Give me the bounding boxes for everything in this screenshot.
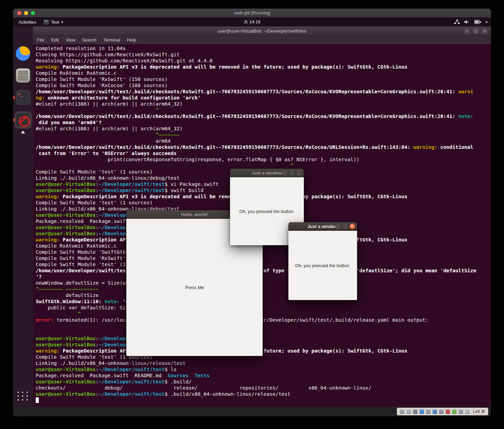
minimize-icon[interactable]: − [463, 28, 470, 34]
terminal-line [36, 397, 488, 403]
gtk-window-just-a-window-2[interactable]: Just a window − □ × Oh, you pressed the … [288, 222, 357, 300]
chevron-down-icon: ▾ [485, 20, 488, 24]
terminal-line: Linking ./.build/x86_64-unknown-linux/re… [36, 360, 488, 366]
network-icon [454, 20, 460, 24]
terminal-line: #elseif arch(i386) || arch(arm) || arch(… [36, 101, 488, 107]
terminal-line: Resolving https://github.com/ReactiveX/R… [36, 58, 488, 64]
terminal-line: Completed resolution in 11.04s [36, 45, 488, 51]
window-title: Hello, world! [181, 212, 208, 217]
terminal-line: arm64 [36, 138, 488, 144]
minimize-icon[interactable]: − [335, 224, 341, 229]
terminal-line: user@user-VirtualBox:~/Developer/swift/t… [36, 379, 488, 385]
maximize-icon[interactable]: □ [472, 28, 479, 34]
running-indicator [13, 96, 15, 99]
swift-gtk-app-icon[interactable] [16, 113, 30, 127]
terminal-line: ^ [36, 107, 488, 113]
window-body: Oh, you pressed the button. [288, 231, 357, 300]
vm-screen: Activities Test ▾ 火 14:18 ▾ [13, 17, 491, 407]
chevron-down-icon: ▾ [61, 20, 63, 24]
button-pressed-label: Oh, you pressed the button. [295, 263, 350, 268]
terminal-titlebar[interactable]: user@user-VirtualBox: ~/Developer/swift/… [33, 26, 491, 36]
maximize-icon[interactable]: □ [342, 224, 348, 229]
menu-file[interactable]: File [37, 37, 44, 43]
firefox-icon[interactable] [16, 46, 30, 61]
terminal-line: Compile Swift Module 'RxCocoa' (108 sour… [36, 82, 488, 88]
close-icon[interactable]: × [481, 28, 488, 34]
terminal-menubar: FileEditViewSearchTerminalHelp [33, 36, 491, 44]
volume-icon [464, 20, 470, 24]
app-menu[interactable]: Test ▾ [44, 20, 63, 25]
traffic-lights [17, 11, 35, 15]
menu-search[interactable]: Search [82, 37, 96, 43]
running-indicator [13, 118, 15, 121]
zoom-traffic-light[interactable] [31, 11, 35, 15]
terminal-line: did you mean 'arm64'? [36, 119, 488, 126]
system-tray[interactable]: ▾ [454, 17, 488, 26]
clock[interactable]: 火 14:18 [243, 19, 260, 25]
terminal-line: Compile Swift Module 'RxSwift' (150 sour… [36, 76, 488, 82]
close-icon[interactable]: × [296, 170, 302, 176]
minimize-traffic-light[interactable] [24, 11, 28, 15]
terminal-line: /home/user/Developer/swift/test/.build/c… [36, 88, 488, 95]
app-window-icon [44, 20, 49, 24]
terminal-line: Compile RxAtomic RxAtomic.c [36, 70, 488, 76]
focused-app-arrow-icon [21, 131, 25, 133]
terminal-line: warning: PackageDescription API v3 is de… [36, 64, 488, 70]
host-window-titlebar[interactable]: swift-gtk [Running] [13, 9, 491, 17]
window-controls: − □ × [282, 170, 302, 176]
activities-button[interactable]: Activities [16, 19, 38, 25]
terminal-cursor [36, 397, 39, 403]
ubuntu-top-panel: Activities Test ▾ 火 14:18 ▾ [13, 17, 491, 26]
hard-disks-icon[interactable] [400, 409, 404, 414]
desktop: user@user-VirtualBox: ~/Developer/swift/… [13, 26, 491, 407]
show-applications-button[interactable] [18, 392, 28, 401]
terminal-line: print(convertResponseToString(response, … [36, 156, 488, 163]
terminal-line: Package.resolved Package.swift README.md… [36, 372, 488, 379]
close-traffic-light[interactable] [17, 11, 21, 15]
display-icon[interactable] [439, 409, 444, 414]
audio-icon[interactable] [413, 409, 417, 414]
mouse-icon[interactable] [459, 409, 463, 414]
host-key-label: Left ⌘ [473, 409, 485, 414]
window-titlebar[interactable]: Just a window − □ × [230, 169, 304, 177]
window-title: Just a window [252, 170, 282, 176]
files-icon[interactable] [16, 68, 30, 83]
host-window-title: swift-gtk [Running] [234, 10, 271, 15]
battery-icon [474, 20, 481, 24]
terminal-icon[interactable] [16, 90, 30, 105]
virtualbox-host-window: swift-gtk [Running] Activities Test ▾ 火 … [13, 9, 491, 416]
terminal-window-controls: − □ × [463, 28, 488, 34]
recording-icon[interactable] [446, 409, 450, 414]
menu-terminal[interactable]: Terminal [103, 37, 120, 43]
terminal-line: /home/user/Developer/swift/test/.build/c… [36, 113, 488, 119]
keyboard-icon[interactable] [465, 409, 470, 414]
menu-edit[interactable]: Edit [51, 37, 59, 43]
menu-help[interactable]: Help [127, 37, 136, 43]
terminal-line: ^ [36, 163, 488, 169]
window-controls: − □ × [335, 224, 355, 229]
terminal-title: user@user-VirtualBox: ~/Developer/swift/… [218, 28, 307, 34]
close-icon[interactable]: × [350, 224, 355, 229]
window-titlebar[interactable]: Just a window − □ × [288, 222, 357, 231]
button-pressed-label: Oh, you pressed the button. [239, 209, 294, 214]
terminal-line: user@user-VirtualBox:~/Developer/swift/t… [36, 391, 488, 397]
minimize-icon[interactable]: − [282, 170, 288, 176]
dock [13, 26, 33, 407]
terminal-line: #elseif arch(i386) || arch(arm) || arch(… [36, 126, 488, 132]
menu-view[interactable]: View [66, 37, 75, 43]
features-icon[interactable] [452, 409, 457, 414]
network-icon[interactable] [420, 409, 424, 414]
terminal-line: /home/user/Developer/swift/test/.build/c… [36, 144, 488, 150]
terminal-line: Cloning https://github.com/ReactiveX/RxS… [36, 51, 488, 58]
usb-icon[interactable] [426, 409, 431, 414]
terminal-line: ng: unknown architecture for build confi… [36, 95, 488, 101]
window-title: Just a window [308, 224, 338, 229]
maximize-icon[interactable]: □ [289, 170, 295, 176]
vbox-status-icons: Left ⌘ [397, 408, 488, 415]
terminal-line: ^~~~~~~~ [36, 132, 488, 138]
app-menu-label: Test [51, 20, 59, 25]
virtualbox-statusbar: Left ⌘ [13, 407, 491, 416]
optical-drives-icon[interactable] [406, 409, 411, 414]
terminal-line: checkouts/ debug/ release/ repositories/… [36, 385, 488, 391]
shared-folders-icon[interactable] [433, 409, 437, 414]
